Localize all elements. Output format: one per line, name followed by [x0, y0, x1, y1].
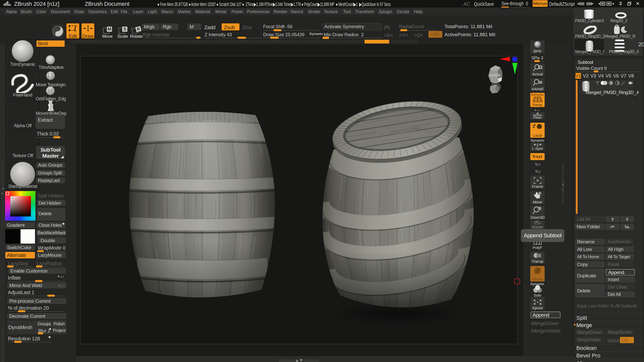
svg-text:S: S	[123, 27, 126, 32]
svg-text:M: M	[108, 27, 111, 32]
svg-text:x1: x1	[539, 66, 542, 69]
